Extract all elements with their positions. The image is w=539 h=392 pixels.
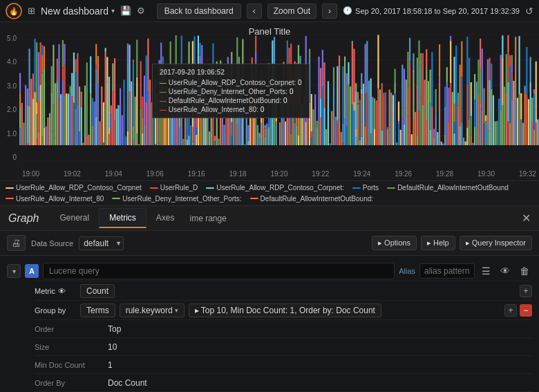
svg-rect-441 [411, 134, 413, 145]
svg-rect-242 [229, 94, 230, 145]
metric-add-button[interactable]: + [520, 285, 532, 297]
svg-rect-35 [40, 42, 41, 84]
group-by-field[interactable]: rule.keyword ▾ [120, 304, 185, 317]
tab-axes[interactable]: Axes [146, 209, 185, 228]
svg-rect-371 [348, 84, 349, 145]
tab-metrics[interactable]: Metrics [99, 208, 146, 228]
svg-rect-466 [430, 70, 431, 77]
svg-rect-557 [507, 35, 509, 52]
svg-rect-431 [401, 65, 403, 108]
svg-rect-63 [64, 64, 65, 96]
time-range[interactable]: 🕐 Sep 20, 2017 18:58:18 to Sep 20, 2017 … [343, 6, 520, 15]
svg-rect-523 [480, 39, 481, 69]
svg-rect-494 [455, 106, 457, 145]
query-eye-button[interactable]: 👁 [498, 264, 513, 278]
zoom-next-button[interactable]: › [322, 3, 337, 19]
legend-item[interactable]: UserRule_D [150, 184, 198, 192]
close-button[interactable]: ✕ [522, 212, 531, 225]
alias-label[interactable]: Alias [399, 267, 415, 275]
svg-rect-305 [288, 48, 290, 88]
svg-rect-484 [448, 122, 449, 145]
svg-rect-355 [333, 67, 334, 86]
settings-icon[interactable]: ⚙ [137, 6, 145, 16]
zoom-prev-button[interactable]: ‹ [247, 3, 262, 19]
group-by-description[interactable]: ▸ Top 10, Min Doc Count: 1, Order by: Do… [189, 304, 381, 317]
legend-item[interactable]: Ports [352, 184, 379, 192]
options-button[interactable]: ▸ Options [372, 236, 417, 250]
svg-rect-30 [36, 42, 37, 102]
legend-item[interactable]: UserRule_Allow_RDP_Contoso_Corpnet: [206, 184, 344, 192]
title-caret[interactable]: ▾ [111, 7, 115, 15]
group-by-remove-button[interactable]: − [520, 304, 532, 317]
svg-rect-437 [407, 52, 408, 87]
svg-rect-511 [471, 116, 472, 136]
svg-rect-506 [466, 84, 468, 128]
legend-item[interactable]: UserRule_Allow_Internet_80 [6, 195, 104, 203]
svg-rect-94 [95, 117, 97, 145]
group-by-add-button[interactable]: + [504, 304, 517, 317]
query-delete-button[interactable]: 🗑 [517, 264, 532, 278]
tab-general[interactable]: General [50, 209, 99, 228]
svg-rect-130 [129, 91, 130, 145]
svg-rect-86 [86, 86, 88, 136]
legend-item[interactable]: UserRule_Deny_Internet_Other_Ports: [112, 195, 241, 203]
svg-rect-308 [290, 44, 292, 102]
svg-rect-148 [144, 125, 145, 145]
svg-rect-202 [192, 127, 193, 142]
back-to-dashboard-button[interactable]: Back to dashboard [157, 3, 241, 19]
svg-rect-105 [105, 106, 106, 145]
query-menu-button[interactable]: ☰ [479, 264, 493, 278]
zoom-out-button[interactable]: Zoom Out [267, 3, 316, 19]
svg-rect-81 [81, 106, 82, 145]
alias-input[interactable] [419, 263, 475, 279]
svg-rect-56 [58, 99, 59, 145]
svg-rect-279 [265, 128, 266, 137]
svg-rect-160 [155, 79, 156, 94]
toggle-button[interactable]: ▾ [7, 264, 21, 278]
print-button[interactable]: 🖨 [7, 235, 26, 251]
chevron-down-icon: ▾ [175, 307, 178, 314]
help-button[interactable]: ▸ Help [421, 236, 455, 250]
svg-rect-185 [176, 35, 177, 93]
svg-rect-89 [90, 93, 91, 145]
legend-item[interactable]: DefaultRule_AllowInternetOutBound [387, 184, 509, 192]
svg-rect-261 [247, 141, 249, 145]
svg-rect-166 [160, 93, 162, 95]
metric-eye-icon[interactable]: 👁 [58, 287, 66, 295]
svg-rect-214 [200, 56, 201, 112]
svg-rect-87 [86, 62, 88, 86]
svg-rect-102 [101, 86, 102, 122]
group-by-type[interactable]: Terms [80, 304, 115, 317]
datasource-select[interactable]: default [79, 236, 124, 250]
legend-item[interactable]: UserRule_Allow_RDP_Contoso_Corpnet [6, 184, 142, 192]
svg-rect-67 [70, 95, 71, 145]
svg-rect-291 [276, 124, 277, 145]
svg-rect-334 [311, 94, 312, 131]
svg-rect-210 [198, 110, 199, 145]
svg-rect-554 [507, 121, 509, 145]
chevron-left-icon: ‹ [253, 6, 256, 16]
query-input[interactable] [43, 263, 395, 279]
metric-type[interactable]: Count [80, 284, 115, 298]
svg-rect-239 [225, 81, 227, 87]
svg-rect-269 [255, 36, 256, 52]
svg-rect-588 [536, 109, 537, 122]
svg-rect-259 [244, 144, 245, 145]
svg-rect-85 [86, 136, 88, 145]
svg-rect-407 [377, 35, 379, 88]
query-inspector-button[interactable]: ▸ Query Inspector [460, 236, 532, 250]
svg-rect-567 [515, 100, 516, 145]
svg-rect-302 [287, 89, 288, 107]
svg-rect-296 [281, 105, 283, 145]
time-range-tab[interactable]: ime range [190, 214, 227, 223]
min-doc-count-value: 1 [108, 360, 113, 370]
refresh-button[interactable]: ↺ [525, 6, 533, 17]
svg-rect-446 [415, 112, 416, 145]
app-logo[interactable]: 🔥 [6, 3, 22, 19]
svg-rect-62 [64, 96, 65, 145]
svg-rect-165 [160, 96, 162, 145]
svg-rect-576 [524, 86, 526, 92]
save-icon[interactable]: 💾 [120, 6, 131, 16]
legend-item[interactable]: DefaultRule_AllowInternetOutBound: [250, 195, 373, 203]
svg-rect-454 [420, 53, 422, 97]
